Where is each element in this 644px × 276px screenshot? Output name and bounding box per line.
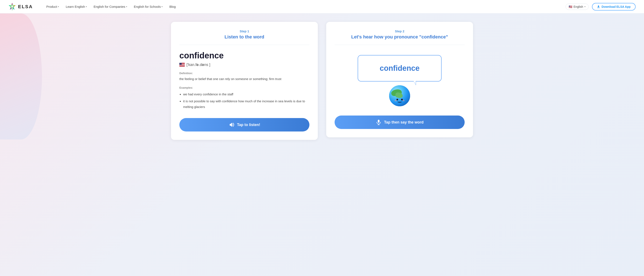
step1-label: Step 1 — [179, 30, 310, 33]
chevron-down-icon: ▾ — [584, 6, 586, 8]
chevron-down-icon: ▾ — [162, 6, 162, 8]
divider — [334, 45, 465, 45]
nav-blog[interactable]: Blog — [167, 4, 178, 10]
tap-to-speak-button[interactable]: Tap then say the word — [334, 116, 465, 129]
svg-rect-9 — [378, 120, 380, 123]
examples-label: Examples: — [179, 86, 310, 89]
nav-english-schools[interactable]: English for Schools ▾ — [131, 4, 165, 10]
step2-card: Step 2 Let's hear how you pronounce "con… — [326, 22, 473, 137]
nav-right: 🇺🇸 English ▾ Download ELSA App — [566, 3, 636, 11]
example-item: it is not possible to say with confidenc… — [183, 98, 310, 110]
navbar: ELSA Product ▾ Learn English ▾ English f… — [0, 0, 644, 14]
mascot-smile — [397, 101, 402, 103]
chevron-down-icon: ▾ — [58, 6, 59, 8]
examples-list: we had every confidence in the staff it … — [179, 91, 310, 110]
us-flag-icon — [179, 63, 185, 67]
pronunciation-display: ['kan.fə.dəns ] — [179, 62, 310, 67]
flag-icon: 🇺🇸 — [569, 5, 572, 9]
step1-title: Listen to the word — [179, 34, 310, 40]
volume-icon — [229, 122, 234, 128]
word-display: confidence — [179, 51, 310, 60]
nav-english-companies[interactable]: English for Companies ▾ — [91, 4, 130, 10]
step1-card: Step 1 Listen to the word confidence ['k… — [171, 22, 318, 140]
download-app-button[interactable]: Download ELSA App — [592, 3, 636, 11]
chevron-down-icon: ▾ — [86, 6, 87, 8]
step2-title: Let's hear how you pronounce "confidence… — [334, 34, 465, 40]
mascot-continent-2 — [395, 92, 403, 99]
elsa-mascot — [389, 85, 410, 106]
mascot-cheek-right — [402, 100, 405, 101]
nav-product[interactable]: Product ▾ — [44, 4, 62, 10]
mascot-body — [389, 85, 410, 106]
speech-bubble-container: confidence — [334, 51, 465, 111]
main-content: Step 1 Listen to the word confidence ['k… — [0, 14, 644, 276]
chevron-down-icon: ▾ — [126, 6, 127, 8]
svg-rect-8 — [597, 8, 600, 8]
speaker-icon — [229, 122, 234, 128]
elsa-logo-icon — [8, 3, 16, 11]
speech-bubble: confidence — [358, 55, 442, 82]
bubble-word: confidence — [380, 64, 420, 73]
language-selector[interactable]: 🇺🇸 English ▾ — [566, 4, 588, 10]
mascot-cheek-left — [394, 100, 397, 101]
tap-to-listen-button[interactable]: Tap to listen! — [179, 118, 310, 131]
nav-learn-english[interactable]: Learn English ▾ — [63, 4, 89, 10]
definition-text: the feeling or belief that one can rely … — [179, 77, 310, 82]
svg-point-1 — [11, 6, 13, 8]
download-icon — [597, 5, 600, 8]
step2-label: Step 2 — [334, 30, 465, 33]
definition-label: Definition: — [179, 72, 310, 75]
divider — [179, 45, 310, 45]
example-item: we had every confidence in the staff — [183, 91, 310, 97]
nav-items: Product ▾ Learn English ▾ English for Co… — [44, 4, 559, 10]
microphone-icon — [376, 119, 382, 125]
logo[interactable]: ELSA — [8, 3, 33, 11]
mic-svg-icon — [376, 120, 381, 125]
logo-text: ELSA — [18, 4, 33, 10]
